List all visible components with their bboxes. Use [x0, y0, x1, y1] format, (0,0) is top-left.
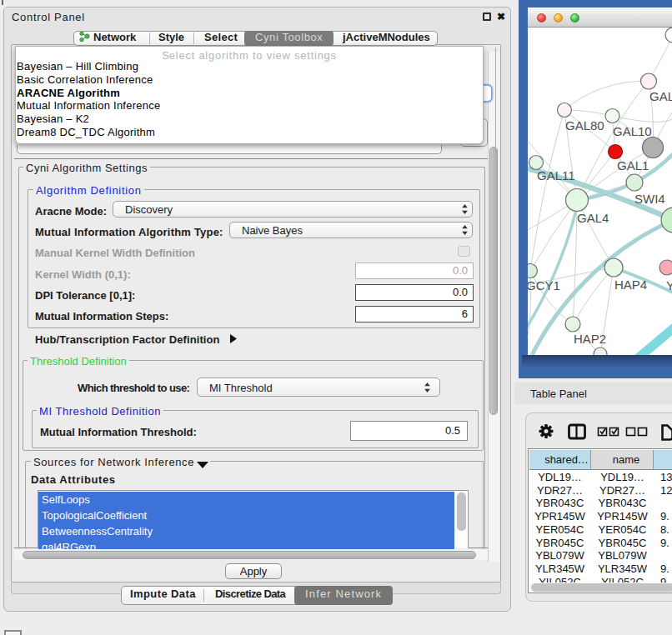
- svg-text:GAL80: GAL80: [565, 118, 604, 132]
- svg-text:SWI4: SWI4: [634, 192, 665, 206]
- svg-text:GAL7: GAL7: [649, 89, 672, 103]
- svg-text:HAP2: HAP2: [574, 332, 606, 346]
- svg-text:YE: YE: [666, 278, 672, 292]
- svg-text:HAP4: HAP4: [614, 278, 647, 292]
- svg-text:GAL10: GAL10: [613, 124, 652, 138]
- svg-text:GCY1: GCY1: [528, 278, 560, 292]
- svg-text:GAL4: GAL4: [577, 211, 609, 225]
- svg-text:GAL11: GAL11: [537, 168, 575, 182]
- svg-text:GAL1: GAL1: [617, 158, 649, 172]
